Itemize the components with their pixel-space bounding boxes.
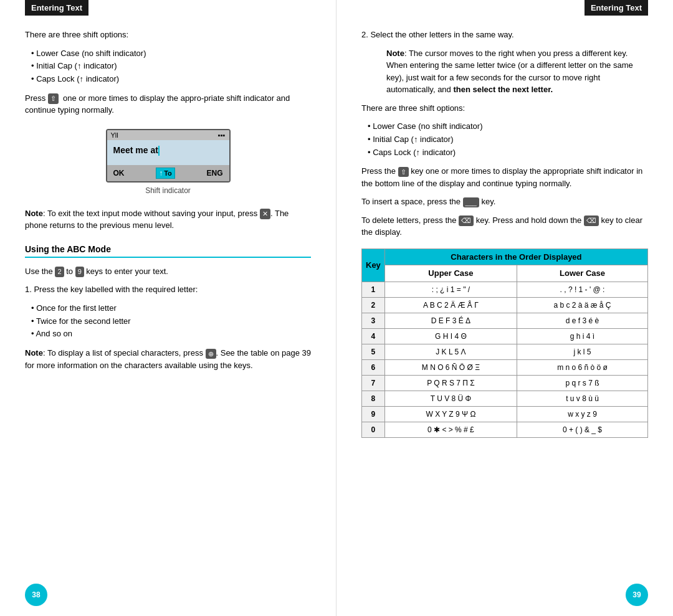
lower-cell: m n o 6 ñ ò ö ø <box>517 359 647 375</box>
key-cell: 1 <box>362 282 385 297</box>
key-cell: 4 <box>362 328 385 344</box>
list-item: Twice for the second letter <box>31 315 311 328</box>
abc-label: To <box>164 169 172 177</box>
table-row: 9 W X Y Z 9 Ψ Ω w x y z 9 <box>362 406 648 422</box>
table-row: 3 D E F 3 É Δ d e f 3 é è <box>362 313 648 328</box>
table-row: 0 0 ✱ < > % # £ 0 + ( ) & _ $ <box>362 422 648 437</box>
right-header-row: Entering Text <box>361 0 648 22</box>
del-key-icon: ⌫ <box>459 216 474 226</box>
right-content: 2. Select the other letters in the same … <box>361 22 648 438</box>
char-table-body: 1 : ; ¿ i 1 = " / . , ? ! 1 - ' @ : 2 A … <box>362 282 648 437</box>
col-upper-header: Upper Case <box>384 265 517 282</box>
section-title-abc: Using the ABC Mode <box>25 244 311 258</box>
upper-cell: 0 ✱ < > % # £ <box>384 422 517 437</box>
table-header-row-2: Upper Case Lower Case <box>362 265 648 282</box>
col-chars-header: Characters in the Order Displayed <box>384 249 647 265</box>
screen-text-value: Meet me at <box>113 145 158 155</box>
use-para: Use the 2 to 9 keys to enter your text. <box>25 265 311 278</box>
list-item: Lower Case (no shift indicator) <box>31 47 311 60</box>
press-the-key-para: Press the ⇧ key one or more times to dis… <box>361 165 648 189</box>
upper-cell: W X Y Z 9 Ψ Ω <box>384 406 517 422</box>
list-item: Once for the first letter <box>31 302 311 315</box>
phone-screen-container: Yll ▪▪▪ Meet me at OK ↑ To ENG <box>25 129 311 195</box>
cursor <box>158 146 160 156</box>
screen-caption: Shift indicator <box>145 186 191 195</box>
phone-screen-text: Meet me at <box>107 140 229 165</box>
back-key-icon: ✕ <box>260 209 270 219</box>
right-page-number: 39 <box>626 584 648 606</box>
key-cell: 5 <box>362 344 385 359</box>
lower-cell: p q r s 7 ß <box>517 375 647 391</box>
list-item: Caps Lock (↑ indicator) <box>31 73 311 86</box>
right-intro-para: There are three shift options: <box>361 102 648 115</box>
left-header-bar: Entering Text <box>25 0 88 16</box>
key-cell: 3 <box>362 313 385 328</box>
lower-cell: d e f 3 é è <box>517 313 647 328</box>
note-cursor-label: Note <box>386 49 404 58</box>
upper-cell: J K L 5 Λ <box>384 344 517 359</box>
key-cell: 8 <box>362 391 385 406</box>
key-cell: 0 <box>362 422 385 437</box>
right-header-bar: Entering Text <box>585 0 648 16</box>
phone-softkeys: OK ↑ To ENG <box>107 165 229 181</box>
list-item: Caps Lock (↑ indicator) <box>368 146 648 159</box>
lower-cell: t u v 8 ù ü <box>517 391 647 406</box>
key-cell: 6 <box>362 359 385 375</box>
key-cell: 7 <box>362 375 385 391</box>
left-intro-para: There are three shift options: <box>25 29 311 41</box>
left-page: Entering Text There are three shift opti… <box>0 0 336 616</box>
key-cell: 9 <box>362 406 385 422</box>
left-content: There are three shift options: Lower Cas… <box>25 22 311 371</box>
right-shift-options: Lower Case (no shift indicator) Initial … <box>368 120 648 159</box>
upper-cell: : ; ¿ i 1 = " / <box>384 282 517 297</box>
table-header-row-1: Key Characters in the Order Displayed <box>362 249 648 265</box>
note-cursor-strong: then select the next letter. <box>453 85 553 94</box>
upper-cell: T U V 8 Ü Φ <box>384 391 517 406</box>
list-item: And so on <box>31 328 311 341</box>
char-table: Key Characters in the Order Displayed Up… <box>361 249 648 438</box>
left-header-row: Entering Text <box>25 0 311 22</box>
table-row: 4 G H I 4 Θ g h i 4 ì <box>362 328 648 344</box>
note-label: Note <box>25 209 43 218</box>
table-row: 7 P Q R S 7 Π Σ p q r s 7 ß <box>362 375 648 391</box>
upper-cell: D E F 3 É Δ <box>384 313 517 328</box>
table-row: 1 : ; ¿ i 1 = " / . , ? ! 1 - ' @ : <box>362 282 648 297</box>
col-lower-header: Lower Case <box>517 265 647 282</box>
note-label-2: Note <box>25 348 43 358</box>
key2-icon: 2 <box>55 267 64 277</box>
upper-cell: A B C 2 Ä Æ Å Γ <box>384 297 517 313</box>
lower-cell: 0 + ( ) & _ $ <box>517 422 647 437</box>
upper-cell: M N O 6 Ñ Ö Ø Ξ <box>384 359 517 375</box>
left-note-exit: Note: To exit the text input mode withou… <box>25 207 311 232</box>
phone-top-bar: Yll ▪▪▪ <box>107 130 229 140</box>
phone-screen: Yll ▪▪▪ Meet me at OK ↑ To ENG <box>106 129 231 182</box>
list-item: Lower Case (no shift indicator) <box>368 120 648 133</box>
shift-arrow-icon: ↑ <box>159 169 163 178</box>
key-cell: 2 <box>362 297 385 313</box>
col-key-header: Key <box>362 249 385 282</box>
lower-cell: w x y z 9 <box>517 406 647 422</box>
list-item: Initial Cap (↑ indicator) <box>368 133 648 146</box>
lower-cell: . , ? ! 1 - ' @ : <box>517 282 647 297</box>
table-row: 6 M N O 6 Ñ Ö Ø Ξ m n o 6 ñ ò ö ø <box>362 359 648 375</box>
left-press-para: Press ⇧ one or more times to display the… <box>25 92 311 116</box>
space-key-icon: ___ <box>463 197 479 208</box>
eng-label: ENG <box>206 169 222 178</box>
shift-key-icon-r: ⇧ <box>398 167 409 178</box>
press-key-bullets: Once for the first letter Twice for the … <box>31 302 311 341</box>
table-row: 5 J K L 5 Λ j k l 5 <box>362 344 648 359</box>
list-item: Initial Cap (↑ indicator) <box>31 60 311 73</box>
right-page: Entering Text 2. Select the other letter… <box>336 0 673 616</box>
insert-space-para: To insert a space, press the ___ key. <box>361 196 648 208</box>
del-hold-key-icon: ⌫ <box>584 216 599 226</box>
table-row: 8 T U V 8 Ü Φ t u v 8 ù ü <box>362 391 648 406</box>
left-note-special: Note: To display a list of special chara… <box>25 347 311 371</box>
shift-key-icon: ⇧ <box>48 93 59 104</box>
lower-cell: a b c 2 à ä æ å Ç <box>517 297 647 313</box>
note-cursor: Note: The cursor moves to the right when… <box>361 47 648 96</box>
upper-cell: P Q R S 7 Π Σ <box>384 375 517 391</box>
shift-indicator-box: ↑ To <box>156 168 175 179</box>
signal-icon: Yll <box>111 131 118 139</box>
table-row: 2 A B C 2 Ä Æ Å Γ a b c 2 à ä æ å Ç <box>362 297 648 313</box>
ok-label: OK <box>113 169 125 178</box>
